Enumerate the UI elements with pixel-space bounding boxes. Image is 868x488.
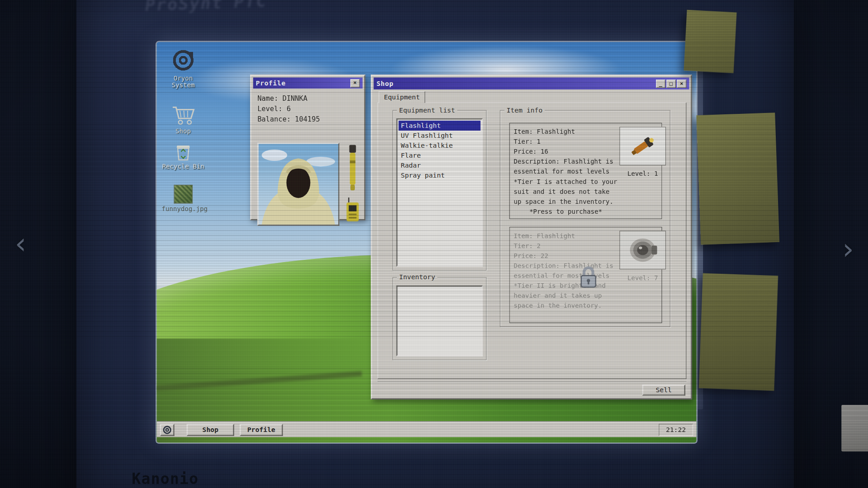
- equipment-list-group: Equipment list Flashlight UV Flashlight …: [392, 110, 486, 271]
- inventory-listbox[interactable]: [396, 286, 483, 357]
- item-price: Price: 16: [514, 146, 618, 156]
- desktop-icon-funnydog[interactable]: funnydog.jpg: [162, 185, 205, 212]
- shop-window: Shop _ □ × Equipment Equipment list Flas…: [371, 75, 692, 399]
- oryon-system-icon: [162, 47, 205, 73]
- equipment-item[interactable]: Flare: [399, 150, 481, 160]
- item-note: *Tier II is brighter and heavier and it …: [514, 281, 618, 310]
- item-price: Price: 22: [514, 251, 618, 261]
- desktop-icon-oryon-system[interactable]: Oryon System: [162, 47, 205, 89]
- item-card-tier2: Item: Flashlight Tier: 2 Price: 22 Descr…: [509, 227, 662, 323]
- flashlight-tier2-icon: [626, 235, 659, 266]
- shop-cart-icon: [162, 104, 205, 126]
- item-info-title: Item info: [505, 106, 545, 114]
- sell-button[interactable]: Sell: [642, 385, 685, 395]
- game-screen: Oryon System Shop: [157, 42, 697, 443]
- minimize-icon[interactable]: _: [656, 80, 665, 88]
- desktop-icon-label: funnydog.jpg: [162, 205, 205, 212]
- next-slide-preview: [841, 405, 868, 451]
- sticky-note: [684, 10, 736, 73]
- profile-titlebar[interactable]: Profile ×: [253, 77, 363, 88]
- equipment-item[interactable]: Walkie-talkie: [399, 141, 481, 150]
- equipment-item[interactable]: Radar: [399, 160, 481, 170]
- item-level-requirement: Level: 7: [619, 274, 666, 282]
- profile-window-title: Profile: [256, 79, 286, 87]
- item-card-text: Item: Flashlight Tier: 1 Price: 16 Descr…: [514, 127, 618, 206]
- desktop-icon-recycle-bin[interactable]: Recycle Bin: [162, 143, 205, 170]
- item-info-group: Item info Item: Flashlight Tier: 1 Price…: [500, 110, 670, 327]
- oryon-start-icon: [162, 425, 172, 435]
- desktop-icon-shop[interactable]: Shop: [162, 104, 205, 135]
- shop-titlebar[interactable]: Shop _ □ ×: [374, 77, 689, 89]
- tab-equipment[interactable]: Equipment: [379, 91, 425, 103]
- taskbar-button-shop[interactable]: Shop: [187, 424, 234, 436]
- equipment-item[interactable]: Spray paint: [399, 170, 481, 180]
- avatar: [257, 143, 339, 226]
- equipment-item[interactable]: UV Flashlight: [399, 131, 481, 141]
- taskbar-clock: 21:22: [659, 424, 693, 436]
- photo-viewport: ProSynt PTC Oryon System: [0, 0, 868, 488]
- profile-window: Profile × Name: DINNKA Level: 6 Balance:…: [250, 75, 365, 220]
- item-name: Item: Flashlight: [514, 231, 618, 241]
- profile-name: Name: DINNKA: [257, 93, 358, 103]
- item-note: *Tier I is attached to your suit and it …: [514, 177, 618, 206]
- taskbar-button-profile[interactable]: Profile: [240, 424, 283, 436]
- shop-window-title: Shop: [377, 80, 394, 87]
- shop-content-panel: Equipment list Flashlight UV Flashlight …: [377, 103, 686, 379]
- image-file-icon: [162, 185, 205, 204]
- taskbar: Shop Profile 21:22: [157, 422, 697, 437]
- flashlight-tier1-icon: [624, 131, 661, 162]
- item-description: Description: Flashlight is essential for…: [514, 157, 618, 177]
- item-level-requirement: Level: 1: [619, 170, 666, 178]
- close-icon[interactable]: ×: [350, 79, 360, 87]
- equipped-flashlight-icon: [347, 144, 358, 192]
- inventory-group: Inventory: [392, 277, 486, 360]
- item-name: Item: Flashlight: [514, 127, 618, 136]
- item-tier: Tier: 1: [514, 136, 618, 146]
- profile-balance: Balance: 104195: [257, 114, 358, 124]
- stage: ProSynt PTC Oryon System: [0, 0, 868, 488]
- profile-level: Level: 6: [257, 103, 358, 114]
- equipped-items: [344, 144, 361, 222]
- press-to-purchase-hint: *Press to purchase*: [514, 207, 618, 215]
- start-button[interactable]: [160, 424, 175, 436]
- equipment-item[interactable]: Flashlight: [399, 121, 481, 131]
- close-icon[interactable]: ×: [677, 80, 687, 88]
- recycle-bin-icon: [162, 143, 205, 162]
- item-image-box: [619, 127, 666, 165]
- item-image-box: [619, 231, 666, 270]
- lock-icon: [577, 265, 599, 290]
- profile-body: Name: DINNKA Level: 6 Balance: 104195: [253, 89, 363, 217]
- desktop-icon-label: Recycle Bin: [162, 163, 205, 170]
- inventory-title: Inventory: [397, 273, 437, 281]
- sticky-note: [696, 113, 779, 244]
- previous-image-arrow[interactable]: ‹: [12, 229, 29, 258]
- item-tier: Tier: 2: [514, 241, 618, 251]
- desktop-icon-label: Oryon System: [162, 75, 205, 89]
- desktop-icon-label: Shop: [162, 128, 205, 135]
- equipment-listbox[interactable]: Flashlight UV Flashlight Walkie-talkie F…: [396, 118, 483, 267]
- divider: [377, 381, 686, 382]
- equipped-walkie-talkie-icon: [345, 197, 360, 222]
- item-card-tier1[interactable]: Item: Flashlight Tier: 1 Price: 16 Descr…: [509, 123, 662, 219]
- item-card-text: Item: Flashlight Tier: 2 Price: 22 Descr…: [514, 231, 618, 310]
- item-description: Description: Flashlight is essential for…: [514, 261, 618, 281]
- next-image-arrow[interactable]: ›: [839, 235, 856, 263]
- sticky-note: [699, 273, 778, 391]
- monitor-bottom-text: Kanonio: [132, 470, 198, 488]
- maximize-icon[interactable]: □: [666, 80, 676, 88]
- equipment-list-title: Equipment list: [397, 106, 458, 114]
